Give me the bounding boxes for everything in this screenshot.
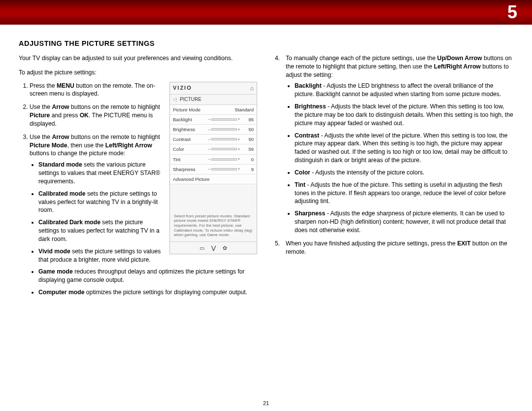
list-item: Game mode reduces throughput delays and …: [38, 268, 257, 284]
osd-row-value: 50: [244, 136, 254, 142]
right-column: To manually change each of the picture s…: [275, 54, 513, 302]
osd-row-value: 50: [244, 126, 254, 133]
lead-text: To adjust the picture settings:: [19, 68, 257, 77]
page-number: 21: [0, 400, 532, 406]
list-item: Tint - Adjusts the hue of the picture. T…: [295, 181, 513, 206]
back-icon: ◁: [173, 96, 177, 103]
gear-icon: ✿: [223, 244, 227, 252]
v-icon: ⋁: [211, 244, 216, 252]
slider-icon: −+: [207, 147, 241, 151]
osd-bottom-icons: ▭ ⋁ ✿: [170, 241, 257, 254]
list-item: Contrast - Adjusts the white level of th…: [295, 132, 513, 165]
osd-row-value: Standard: [234, 106, 254, 113]
step-5: When you have finished adjusting the pic…: [286, 240, 513, 256]
osd-row-label: Color: [173, 146, 204, 152]
page-body: ADJUSTING THE PICTURE SETTINGS Your TV d…: [0, 30, 532, 411]
osd-row-label: Sharpness: [173, 166, 204, 172]
osd-row-value: 9: [244, 166, 254, 172]
osd-figure: VIZIO ⌂ ◁ PICTURE Picture Mode Standard …: [169, 82, 257, 254]
list-item: Brightness - Adjusts the black level of …: [295, 103, 513, 127]
osd-row-label: Advanced Picture: [173, 176, 254, 182]
steps-list-cont: To manually change each of the picture s…: [275, 54, 513, 256]
slider-icon: −+: [207, 128, 241, 132]
osd-menu-title: PICTURE: [180, 96, 201, 103]
home-icon: ⌂: [250, 84, 254, 93]
osd-row-label: Tint: [173, 156, 204, 163]
left-column: Your TV display can be adjusted to suit …: [19, 54, 257, 302]
list-item: Backlight - Adjusts the LED brightness t…: [295, 82, 513, 99]
chapter-number: 5: [507, 2, 517, 23]
slider-icon: −+: [207, 118, 241, 122]
osd-row-label: Backlight: [173, 116, 204, 123]
osd-row-label: Brightness: [173, 126, 204, 133]
setting-list: Backlight - Adjusts the LED brightness t…: [286, 82, 513, 234]
slider-icon: −+: [207, 137, 241, 141]
osd-help-text: Select from preset picture modes. Standa…: [170, 184, 257, 241]
osd-brand: VIZIO: [173, 84, 192, 92]
section-title: ADJUSTING THE PICTURE SETTINGS: [19, 39, 513, 47]
step-4: To manually change each of the picture s…: [286, 54, 513, 235]
list-item: Sharpness - Adjusts the edge sharpness o…: [295, 209, 513, 234]
slider-icon: −+: [207, 157, 241, 161]
chapter-header: 5: [0, 0, 532, 25]
list-item: Color - Adjusts the intensity of the pic…: [295, 169, 513, 177]
osd-row-value: 0: [244, 156, 254, 163]
osd-row-value: 59: [244, 146, 254, 152]
intro-text: Your TV display can be adjusted to suit …: [19, 54, 257, 63]
osd-row-value: 85: [244, 116, 254, 123]
osd-row-label: Picture Mode: [173, 106, 204, 113]
list-item: Computer mode optimizes the picture sett…: [38, 288, 257, 297]
wide-icon: ▭: [200, 244, 204, 252]
osd-row-label: Contrast: [173, 136, 204, 142]
slider-icon: −+: [207, 167, 241, 171]
